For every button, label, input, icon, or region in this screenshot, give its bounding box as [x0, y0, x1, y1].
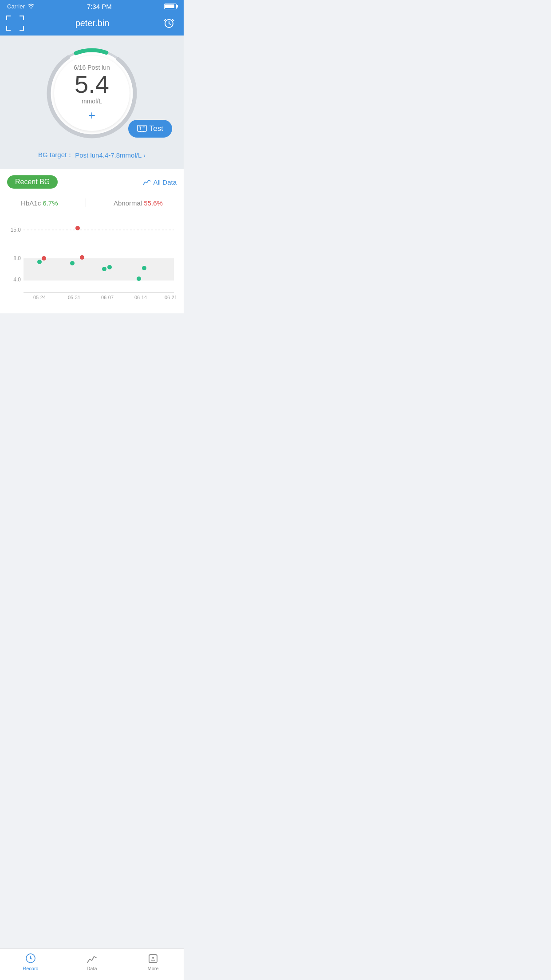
gauge-inner: 6/16 Post lun 5.4 mmol/L + — [74, 64, 110, 122]
svg-text:06-21: 06-21 — [165, 295, 177, 300]
hba1c-stat: HbA1c 6.7% — [21, 199, 58, 207]
carrier-label: Carrier — [7, 3, 25, 10]
recent-bg-section: Recent BG All Data HbA1c 6.7% Abnormal 5… — [0, 169, 184, 313]
spacer — [0, 313, 184, 349]
all-data-label: All Data — [153, 178, 177, 186]
status-bar: Carrier 7:34 PM — [0, 0, 184, 12]
scan-button[interactable] — [7, 16, 23, 30]
bg-chart-svg: 15.0 8.0 4.0 — [7, 219, 177, 308]
stats-row: HbA1c 6.7% Abnormal 55.6% — [7, 194, 177, 212]
data-point — [142, 266, 146, 270]
battery-icon — [164, 4, 177, 9]
recent-bg-badge: Recent BG — [7, 175, 58, 189]
data-point — [107, 265, 112, 269]
svg-text:15.0: 15.0 — [11, 227, 21, 233]
svg-text:06-14: 06-14 — [134, 295, 147, 300]
data-point — [75, 226, 80, 230]
time-label: 7:34 PM — [87, 3, 112, 10]
svg-text:4.0: 4.0 — [13, 277, 21, 283]
data-point — [70, 261, 75, 265]
gauge-unit: mmol/L — [82, 98, 102, 105]
svg-text:05-24: 05-24 — [33, 295, 46, 300]
stat-divider — [86, 198, 86, 207]
chart-icon — [142, 178, 151, 186]
bg-target-range: Post lun4.4-7.8mmol/L — [75, 151, 142, 159]
data-point — [42, 256, 46, 261]
bg-target-text: BG target： — [38, 151, 73, 159]
bg-target[interactable]: BG target： Post lun4.4-7.8mmol/L › — [38, 151, 146, 159]
svg-text:05-31: 05-31 — [68, 295, 80, 300]
abnormal-stat: Abnormal 55.6% — [114, 199, 163, 207]
add-reading-button[interactable]: + — [88, 108, 95, 122]
bg-section: 6/16 Post lun 5.4 mmol/L + Test BG targe… — [0, 36, 184, 169]
hba1c-value: 6.7% — [43, 199, 58, 207]
nav-bar: peter.bin — [0, 12, 184, 36]
svg-text:8.0: 8.0 — [13, 255, 21, 261]
gauge-value: 5.4 — [75, 72, 109, 97]
data-point — [102, 267, 106, 271]
all-data-link[interactable]: All Data — [142, 178, 177, 186]
abnormal-value: 55.6% — [144, 199, 163, 207]
data-point — [80, 255, 84, 260]
nav-title: peter.bin — [75, 18, 110, 28]
wifi-icon — [28, 3, 35, 10]
chart-container: 15.0 8.0 4.0 — [7, 217, 177, 313]
data-point — [37, 260, 42, 264]
section-header: Recent BG All Data — [7, 175, 177, 189]
gauge-container: 6/16 Post lun 5.4 mmol/L + — [43, 44, 141, 142]
data-point — [137, 277, 141, 281]
svg-text:06-07: 06-07 — [101, 295, 114, 300]
alarm-button[interactable] — [161, 16, 177, 31]
chart-band — [24, 258, 174, 281]
test-button-label: Test — [150, 124, 163, 133]
bg-target-chevron: › — [143, 152, 146, 159]
